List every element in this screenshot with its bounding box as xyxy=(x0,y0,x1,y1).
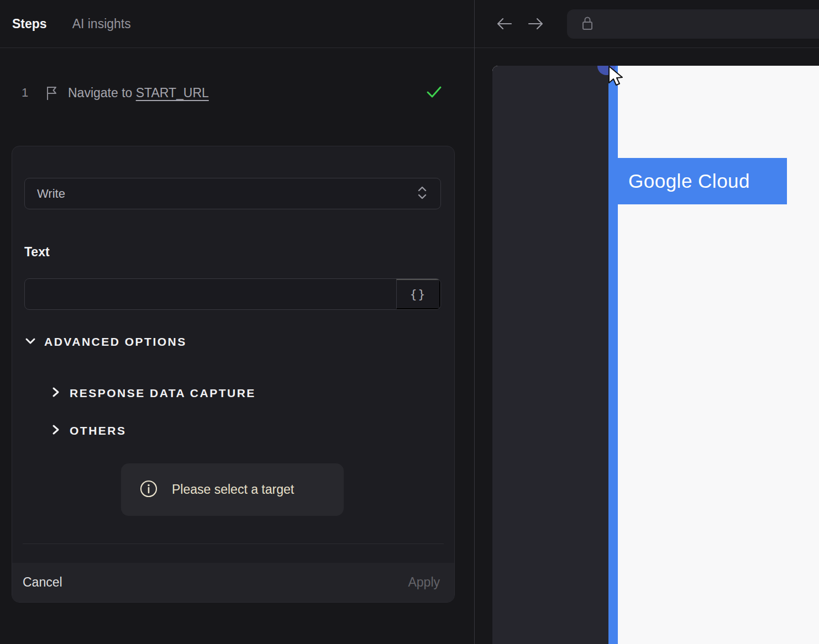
step-editor-card: Write Text {} ADVAN xyxy=(12,146,455,603)
action-select-value: Write xyxy=(37,187,416,201)
select-target-hint-text: Please select a target xyxy=(172,482,294,497)
apply-button[interactable]: Apply xyxy=(408,575,440,590)
url-bar[interactable] xyxy=(567,9,819,39)
page-preview[interactable]: Google Cloud xyxy=(492,66,819,644)
section-response-data-capture[interactable]: RESPONSE DATA CAPTURE xyxy=(50,386,256,401)
brand-banner[interactable]: Google Cloud xyxy=(617,158,787,204)
card-footer: Cancel Apply xyxy=(12,563,454,602)
advanced-options-toggle[interactable]: ADVANCED OPTIONS xyxy=(24,335,187,349)
chevron-right-icon xyxy=(50,423,61,439)
cursor-pointer-icon xyxy=(607,66,628,92)
chevron-right-icon xyxy=(50,386,61,401)
cancel-button[interactable]: Cancel xyxy=(23,575,62,590)
forward-arrow-icon[interactable] xyxy=(526,15,545,34)
insert-variable-button[interactable]: {} xyxy=(396,279,440,309)
preview-dark-sidebar xyxy=(492,66,608,644)
card-divider xyxy=(23,543,444,544)
steps-panel: Steps AI insights 1 Navigate to START_UR… xyxy=(0,0,474,644)
action-select[interactable]: Write xyxy=(24,178,441,209)
step-label: Navigate to START_URL xyxy=(68,86,209,101)
lock-icon xyxy=(580,15,595,34)
panel-tabbar: Steps AI insights xyxy=(0,0,474,48)
section-others[interactable]: OTHERS xyxy=(50,423,127,439)
up-down-chevron-icon xyxy=(416,185,428,203)
text-field-label: Text xyxy=(24,245,50,260)
section-label: OTHERS xyxy=(70,424,127,437)
step-target-link[interactable]: START_URL xyxy=(136,86,209,100)
chevron-down-icon xyxy=(24,335,36,349)
check-icon xyxy=(424,83,443,102)
step-number: 1 xyxy=(22,86,28,100)
tab-steps[interactable]: Steps xyxy=(12,17,47,31)
advanced-options-label: ADVANCED OPTIONS xyxy=(44,335,187,349)
back-arrow-icon[interactable] xyxy=(495,15,514,34)
info-icon xyxy=(139,479,158,500)
section-label: RESPONSE DATA CAPTURE xyxy=(70,387,256,400)
select-target-hint: Please select a target xyxy=(121,463,344,516)
step-row[interactable]: 1 Navigate to START_URL xyxy=(0,82,474,104)
flag-icon xyxy=(45,86,59,103)
browser-toolbar xyxy=(475,0,819,48)
app-root: Steps AI insights 1 Navigate to START_UR… xyxy=(0,0,819,644)
tab-ai-insights[interactable]: AI insights xyxy=(72,17,131,31)
text-input[interactable] xyxy=(25,279,396,309)
text-input-group: {} xyxy=(24,278,441,310)
preview-highlight-strip xyxy=(608,66,618,644)
brand-logo-text: Google Cloud xyxy=(628,170,750,192)
browser-panel: Google Cloud xyxy=(475,0,819,644)
